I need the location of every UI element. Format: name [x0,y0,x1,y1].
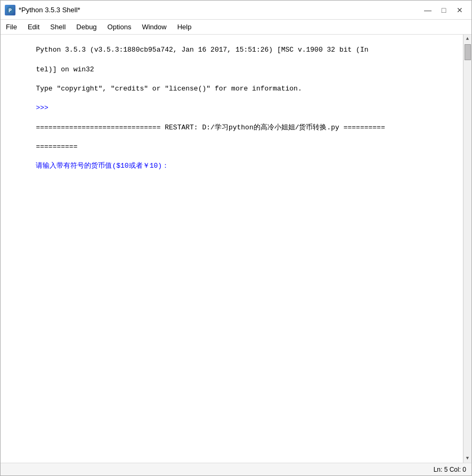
menu-bar: File Edit Shell Debug Options Window Hel… [1,20,471,35]
scroll-thumb[interactable] [465,44,471,60]
menu-help[interactable]: Help [172,21,197,32]
close-button[interactable]: ✕ [452,4,467,17]
app-icon: P [5,5,15,15]
window-title: *Python 3.5.3 Shell* [19,6,80,14]
cursor-position: Ln: 5 Col: 0 [434,466,466,473]
menu-file[interactable]: File [1,21,22,32]
content-area: Python 3.5.3 (v3.5.3:1880cb95a742, Jan 1… [1,35,471,463]
input-prompt-line: 请输入带有符号的货币值($10或者￥10)： [36,162,169,170]
title-bar-left: P *Python 3.5.3 Shell* [5,5,80,15]
svg-text:P: P [9,8,12,14]
menu-debug[interactable]: Debug [71,21,102,32]
python-info-line: Type "copyright", "credits" or "license(… [36,85,302,93]
shell-text-area[interactable]: Python 3.5.3 (v3.5.3:1880cb95a742, Jan 1… [1,35,463,463]
scroll-track[interactable] [463,43,471,454]
scroll-down-arrow[interactable]: ▼ [463,454,472,463]
restart-separator: ============================== RESTART: … [36,124,385,132]
shell-output: Python 3.5.3 (v3.5.3:1880cb95a742, Jan 1… [3,36,461,181]
status-bar: Ln: 5 Col: 0 [1,463,471,475]
python-version-line1: Python 3.5.3 (v3.5.3:1880cb95a742, Jan 1… [36,46,368,54]
maximize-button[interactable]: □ [436,4,451,17]
python-version-line2: tel)] on win32 [36,65,94,73]
scroll-up-arrow[interactable]: ▲ [463,35,472,43]
main-window: P *Python 3.5.3 Shell* — □ ✕ File Edit S… [0,0,472,476]
menu-edit[interactable]: Edit [22,21,45,32]
minimize-button[interactable]: — [420,4,435,17]
title-bar: P *Python 3.5.3 Shell* — □ ✕ [1,1,471,20]
window-controls: — □ ✕ [420,4,467,17]
prompt-line: >>> [36,104,52,112]
menu-shell[interactable]: Shell [45,21,71,32]
restart-separator-cont: ========== [36,143,77,151]
menu-window[interactable]: Window [136,21,172,32]
scrollbar[interactable]: ▲ ▼ [463,35,471,463]
menu-options[interactable]: Options [102,21,137,32]
